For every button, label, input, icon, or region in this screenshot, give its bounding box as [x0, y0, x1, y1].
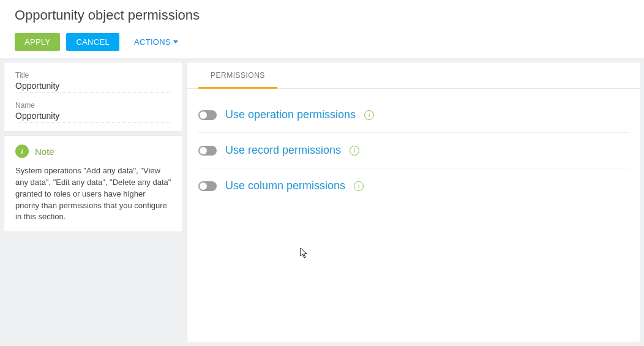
tabs: PERMISSIONS [187, 62, 640, 89]
side-panel: Title Opportunity Name Opportunity i Not… [4, 62, 183, 342]
note-heading: Note [35, 146, 54, 157]
toggle-operation-permissions[interactable] [198, 110, 217, 120]
apply-button[interactable]: APPLY [15, 33, 60, 51]
action-bar: APPLY CANCEL ACTIONS [15, 33, 629, 51]
actions-dropdown[interactable]: ACTIONS [134, 37, 178, 47]
chevron-down-icon [173, 40, 178, 43]
field-label: Name [15, 101, 171, 110]
permission-label[interactable]: Use operation permissions [225, 108, 356, 121]
cancel-button[interactable]: CANCEL [66, 33, 119, 51]
info-icon[interactable]: i [364, 110, 374, 120]
permission-row-record: Use record permissions i [198, 133, 629, 168]
actions-label: ACTIONS [134, 37, 171, 47]
info-icon[interactable]: i [354, 181, 364, 191]
info-icon: i [15, 145, 29, 158]
note-card: i Note System operations "Add any data",… [4, 135, 183, 232]
field-title: Title Opportunity [15, 71, 171, 92]
page-title: Opportunity object permissions [15, 7, 629, 23]
permission-label[interactable]: Use column permissions [225, 179, 345, 192]
toggle-column-permissions[interactable] [198, 181, 217, 191]
field-label: Title [15, 71, 171, 80]
field-name: Name Opportunity [15, 101, 171, 122]
fields-card: Title Opportunity Name Opportunity [4, 62, 183, 132]
main-panel: PERMISSIONS Use operation permissions i … [187, 62, 640, 342]
title-input[interactable]: Opportunity [15, 81, 171, 92]
permission-row-column: Use column permissions i [198, 168, 629, 203]
info-icon[interactable]: i [350, 146, 359, 156]
permissions-list: Use operation permissions i Use record p… [187, 89, 640, 203]
permission-row-operation: Use operation permissions i [198, 97, 629, 133]
note-body: System operations "Add any data", "View … [15, 165, 171, 223]
tab-permissions[interactable]: PERMISSIONS [198, 62, 277, 89]
name-input[interactable]: Opportunity [15, 111, 171, 122]
permission-label[interactable]: Use record permissions [225, 144, 341, 157]
toggle-record-permissions[interactable] [198, 146, 217, 156]
